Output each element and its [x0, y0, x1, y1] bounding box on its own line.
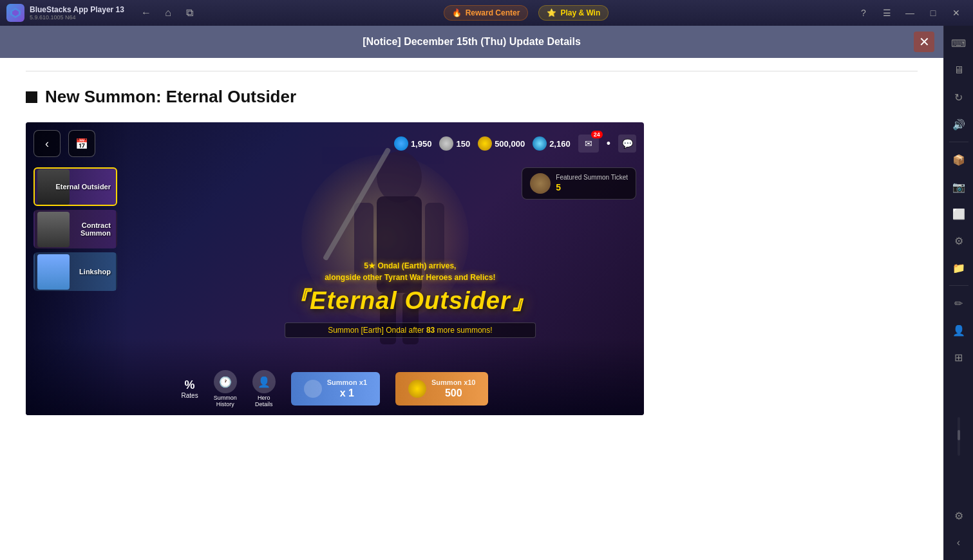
minimize-button[interactable]: —: [900, 3, 920, 23]
hero-details-btn[interactable]: 👤 HeroDetails: [252, 370, 276, 407]
sidebar-divider-2: [949, 285, 968, 286]
rotate-icon[interactable]: ↻: [947, 85, 971, 109]
menu-label-3: Linkshop: [79, 268, 111, 275]
menu-bg-3: Linkshop: [35, 254, 116, 290]
reward-center-button[interactable]: 🔥 Reward Center: [444, 5, 529, 21]
blue-gem-value: 1,950: [411, 139, 432, 149]
play-win-button[interactable]: ⭐ Play & Win: [538, 5, 609, 21]
game-back-icon: ‹: [45, 137, 49, 151]
nav-controls: ← ⌂ ⧉: [137, 4, 199, 22]
notice-content[interactable]: New Summon: Eternal Outsider ‹ 📅: [0, 58, 943, 560]
app-logo: [6, 4, 24, 22]
home-button[interactable]: ⌂: [159, 4, 177, 22]
ticket-count: 5: [556, 182, 628, 193]
star-arrive-text2: alongside other Tyrant War Heroes and Re…: [285, 273, 536, 282]
play-win-label: Play & Win: [560, 8, 600, 17]
game-screenshot: ‹ 📅 1,950 150: [26, 122, 644, 415]
resource-silver: 150: [439, 136, 470, 151]
game-resources: 1,950 150 500,000 2,160: [394, 135, 636, 153]
section-divider: [26, 71, 918, 71]
menu-label-1: Eternal Outsider: [55, 183, 111, 191]
menu-item-linkshop[interactable]: Linkshop: [33, 252, 117, 291]
close-button[interactable]: ✕: [946, 3, 967, 23]
help-button[interactable]: ?: [853, 3, 874, 23]
collapse-icon[interactable]: ‹: [947, 530, 971, 555]
menu-item-eternal-outsider[interactable]: Eternal Outsider: [33, 167, 117, 206]
summon-x1-label: Summon x1: [327, 378, 367, 387]
screenshot-icon[interactable]: 📷: [947, 174, 971, 199]
featured-ticket: Featured Summon Ticket 5: [522, 167, 636, 200]
display-icon[interactable]: 🖥: [947, 58, 971, 82]
menu-button[interactable]: ☰: [876, 3, 897, 23]
menu-bg-1: Eternal Outsider: [35, 169, 116, 205]
app-title-block: BlueStacks App Player 13 5.9.610.1005 N6…: [30, 5, 124, 21]
menu-item-contract-summon[interactable]: ContractSummon: [33, 210, 117, 248]
blue-gem-icon: [394, 136, 408, 151]
gold-value: 500,000: [495, 139, 525, 149]
silver-gem-value: 150: [456, 139, 470, 149]
record-icon[interactable]: ⬜: [947, 201, 971, 226]
menu-label-2: ContractSummon: [80, 221, 111, 237]
rates-label: Rates: [182, 392, 198, 399]
ticket-icon: [530, 173, 551, 194]
rates-area[interactable]: % Rates: [182, 378, 198, 399]
resource-gold: 500,000: [478, 136, 525, 151]
summon-history-label: SummonHistory: [214, 395, 237, 407]
ticket-info: Featured Summon Ticket 5: [556, 173, 628, 193]
app-name: BlueStacks App Player 13: [30, 5, 124, 14]
folder-icon[interactable]: 📁: [947, 256, 971, 280]
silver-gem-icon: [439, 136, 453, 151]
back-button[interactable]: ←: [137, 4, 155, 22]
crystal-value: 2,160: [549, 139, 571, 149]
title-bar: BlueStacks App Player 13 5.9.610.1005 N6…: [0, 0, 973, 26]
heading-square-icon: [26, 91, 37, 103]
notice-close-button[interactable]: ✕: [914, 32, 934, 52]
game-calendar-button[interactable]: 📅: [68, 130, 95, 157]
mail-badge: 24: [591, 131, 603, 138]
ticket-label: Featured Summon Ticket: [556, 173, 628, 182]
summon-x1-text: Summon x1 x 1: [327, 378, 367, 399]
summon-x10-icon: [408, 380, 426, 398]
summon-x10-cost: 500: [431, 387, 475, 399]
app-version: 5.9.610.1005 N64: [30, 14, 124, 21]
sidebar-scroll: [958, 417, 960, 456]
volume-icon[interactable]: 🔊: [947, 112, 971, 136]
notice-header: [Notice] December 15th (Thu) Update Deta…: [0, 26, 943, 58]
subtitle-number: 83: [426, 326, 435, 335]
summon-history-btn[interactable]: 🕐 SummonHistory: [214, 370, 237, 407]
summon-history-icon: 🕐: [214, 370, 237, 393]
reward-center-label: Reward Center: [466, 8, 520, 17]
subtitle-text: Summon [Earth] Ondal after: [328, 326, 424, 335]
reward-fire-icon: 🔥: [452, 8, 462, 17]
summon-x10-text: Summon x10 500: [431, 378, 475, 399]
macro-icon[interactable]: ⚙: [947, 229, 971, 253]
subtitle-end: more summons!: [437, 326, 493, 335]
window-controls: ? ☰ — □ ✕: [853, 3, 967, 23]
summon-x1-button[interactable]: Summon x1 x 1: [291, 372, 380, 406]
app-info: BlueStacks App Player 13 5.9.610.1005 N6…: [6, 4, 199, 22]
keyboard-icon[interactable]: ⌨: [947, 31, 971, 55]
game-bottom-bar: % Rates 🕐 SummonHistory 👤 HeroDetails: [26, 370, 644, 407]
hero-details-label: HeroDetails: [255, 395, 273, 407]
banner-subtitle: Summon [Earth] Ondal after 83 more summo…: [285, 322, 536, 338]
maximize-button[interactable]: □: [923, 3, 943, 23]
summon-x10-button[interactable]: Summon x10 500: [395, 372, 488, 406]
mail-button[interactable]: ✉ 24: [578, 135, 599, 153]
chat-button[interactable]: 💬: [618, 135, 636, 153]
summon-x1-sub: x 1: [327, 387, 367, 399]
title-bar-center: 🔥 Reward Center ⭐ Play & Win: [199, 5, 853, 21]
apk-icon[interactable]: 📦: [947, 147, 971, 172]
game-left-menu: Eternal Outsider ContractSummon: [33, 167, 117, 291]
heading-text: New Summon: Eternal Outsider: [45, 87, 296, 107]
sidebar-divider-1: [949, 142, 968, 142]
multiinstance-button[interactable]: ⧉: [181, 4, 199, 22]
layers-icon[interactable]: ⊞: [947, 345, 971, 369]
brush-icon[interactable]: ✏: [947, 291, 971, 315]
account-icon[interactable]: 👤: [947, 318, 971, 342]
gold-icon: [478, 136, 492, 151]
calendar-icon: 📅: [75, 138, 88, 150]
section-heading: New Summon: Eternal Outsider: [26, 87, 918, 107]
settings-icon[interactable]: ⚙: [947, 503, 971, 528]
rates-percent: %: [185, 378, 195, 392]
game-back-button[interactable]: ‹: [33, 130, 61, 157]
